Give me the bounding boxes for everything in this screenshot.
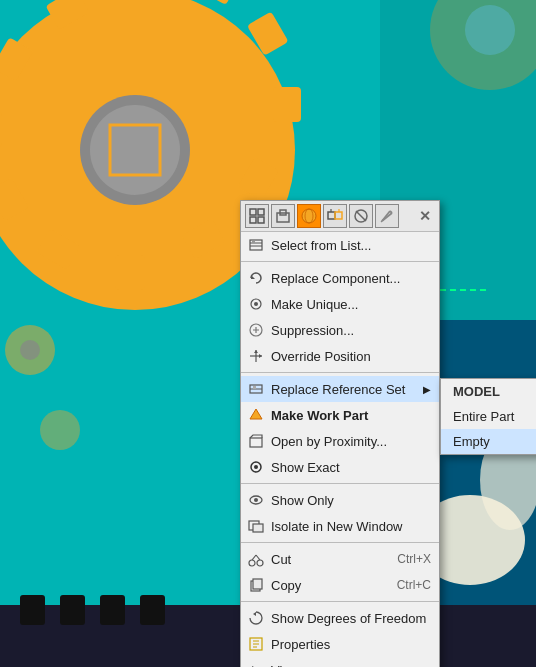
view-label: View <box>271 663 413 668</box>
menu-item-make-unique[interactable]: Make Unique... <box>241 291 439 317</box>
svg-rect-25 <box>20 595 45 625</box>
assembly-icon <box>327 208 343 224</box>
menu-item-cut[interactable]: Cut Ctrl+X <box>241 546 439 572</box>
grid-icon <box>249 208 265 224</box>
view-icon <box>247 661 265 667</box>
separator-2 <box>241 372 439 373</box>
cut-icon <box>247 550 265 568</box>
svg-rect-7 <box>273 87 301 122</box>
svg-rect-33 <box>258 209 264 215</box>
svg-rect-13 <box>0 112 2 147</box>
submenu-item-entire-part[interactable]: Entire Part <box>441 404 536 429</box>
svg-rect-10 <box>115 255 145 290</box>
unique-icon <box>248 296 264 312</box>
replace-refset-icon <box>247 380 265 398</box>
refset-icon <box>248 381 264 397</box>
svg-line-45 <box>356 211 366 221</box>
svg-point-68 <box>254 465 258 469</box>
make-work-part-icon <box>247 406 265 424</box>
svg-point-31 <box>40 410 80 450</box>
svg-marker-60 <box>254 350 258 353</box>
svg-rect-78 <box>253 579 262 589</box>
suppression-label: Suppression... <box>271 323 431 338</box>
svg-rect-26 <box>60 595 85 625</box>
workpart-icon <box>248 407 264 423</box>
toolbar-icon-grid[interactable] <box>245 204 269 228</box>
svg-point-73 <box>249 560 255 566</box>
replace-refset-submenu: MODEL Entire Part Empty <box>440 378 536 455</box>
properties-label: Properties <box>271 637 431 652</box>
svg-rect-66 <box>250 438 262 447</box>
props-icon <box>248 636 264 652</box>
menu-item-show-exact[interactable]: Show Exact <box>241 454 439 480</box>
menu-item-view[interactable]: View ▶ <box>241 657 439 667</box>
svg-rect-34 <box>250 217 256 223</box>
submenu-item-model[interactable]: MODEL <box>441 379 536 404</box>
view-submenu-icon <box>248 662 264 667</box>
separator-5 <box>241 601 439 602</box>
svg-rect-50 <box>250 240 262 250</box>
open-proximity-icon <box>247 432 265 450</box>
replace-refset-label: Replace Reference Set <box>271 382 413 397</box>
replace-refset-arrow: ▶ <box>423 384 431 395</box>
menu-toolbar: ✕ <box>241 201 439 232</box>
replace-icon <box>248 270 264 286</box>
submenu-model-label: MODEL <box>453 384 536 399</box>
replace-component-label: Replace Component... <box>271 271 431 286</box>
svg-point-74 <box>257 560 263 566</box>
context-menu: ✕ Select from List... Rep <box>240 200 440 667</box>
menu-item-open-proximity[interactable]: Open by Proximity... <box>241 428 439 454</box>
submenu-empty-label: Empty <box>453 434 536 449</box>
cut-label: Cut <box>271 552 371 567</box>
select-list-label: Select from List... <box>271 238 431 253</box>
menu-item-properties[interactable]: Properties <box>241 631 439 657</box>
toolbar-icon-sphere[interactable] <box>297 204 321 228</box>
separator-4 <box>241 542 439 543</box>
copy-icon <box>247 576 265 594</box>
svg-rect-72 <box>253 524 263 532</box>
degrees-freedom-icon <box>248 610 264 626</box>
showonly-icon <box>248 492 264 508</box>
exact-icon <box>248 459 264 475</box>
toolbar-icon-assembly[interactable] <box>323 204 347 228</box>
pencil-icon <box>379 208 395 224</box>
svg-line-76 <box>256 555 260 560</box>
isolate-label: Isolate in New Window <box>271 519 431 534</box>
submenu-item-empty[interactable]: Empty <box>441 429 536 454</box>
menu-item-copy[interactable]: Copy Ctrl+C <box>241 572 439 598</box>
toolbar-icon-component[interactable] <box>271 204 295 228</box>
toolbar-icon-pencil[interactable] <box>375 204 399 228</box>
show-only-icon <box>247 491 265 509</box>
menu-item-select-list[interactable]: Select from List... <box>241 232 439 258</box>
position-icon <box>248 348 264 364</box>
svg-marker-65 <box>250 409 262 419</box>
svg-rect-40 <box>328 212 335 219</box>
svg-point-30 <box>20 340 40 360</box>
make-unique-label: Make Unique... <box>271 297 431 312</box>
svg-rect-53 <box>252 241 255 243</box>
svg-point-70 <box>254 498 258 502</box>
menu-item-isolate-new-window[interactable]: Isolate in New Window <box>241 513 439 539</box>
menu-item-suppression[interactable]: Suppression... <box>241 317 439 343</box>
context-menu-wrapper: ✕ Select from List... Rep <box>240 200 440 667</box>
override-position-label: Override Position <box>271 349 431 364</box>
toolbar-icon-noshow[interactable] <box>349 204 373 228</box>
scissors-icon <box>248 551 264 567</box>
svg-rect-5 <box>195 0 239 5</box>
show-exact-icon <box>247 458 265 476</box>
cut-shortcut: Ctrl+X <box>397 552 431 566</box>
dof-icon <box>247 609 265 627</box>
make-work-part-label: Make Work Part <box>271 408 431 423</box>
menu-item-override-position[interactable]: Override Position <box>241 343 439 369</box>
svg-line-75 <box>252 555 256 560</box>
close-button[interactable]: ✕ <box>415 206 435 226</box>
menu-item-replace-component[interactable]: Replace Component... <box>241 265 439 291</box>
menu-item-make-work-part[interactable]: Make Work Part <box>241 402 439 428</box>
component-icon <box>275 208 291 224</box>
menu-item-show-dof[interactable]: Show Degrees of Freedom <box>241 605 439 631</box>
menu-item-show-only[interactable]: Show Only <box>241 487 439 513</box>
menu-item-replace-ref-set[interactable]: Replace Reference Set ▶ <box>241 376 439 402</box>
svg-point-56 <box>254 302 258 306</box>
show-only-label: Show Only <box>271 493 431 508</box>
isolate-icon <box>247 517 265 535</box>
